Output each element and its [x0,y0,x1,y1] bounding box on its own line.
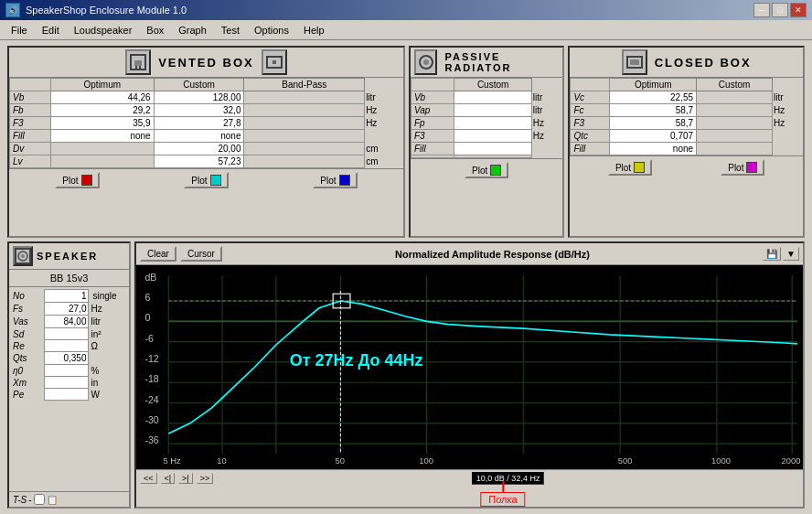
table-row: Fp Hz [411,117,561,130]
passive-radiator-header: PASSIVE RADIATOR [411,48,562,78]
menu-graph[interactable]: Graph [171,23,214,37]
vented-optimum-header: Optimum [50,79,154,91]
plot-color-closed-1 [634,162,645,173]
graph-axis-bar: << <| >| >> 10,0 dB / 32,4 Hz [136,469,803,487]
list-item: Vas 84,00 litr [11,316,127,328]
passive-radiator-table: Custom Vb litr Vap litr Fp Hz [411,78,562,158]
menu-box[interactable]: Box [139,23,171,37]
speaker-params: No 1 single Fs 27,0 Hz Vas 84,00 litr [9,287,129,491]
axis-nav-btn-3[interactable]: >| [178,473,193,484]
graph-area: dB 6 0 -6 -12 -18 -24 -30 -36 [136,265,803,469]
titlebar-left: 🔊 SpeakerShop Enclosure Module 1.0 [5,3,187,17]
vented-box-icon2 [262,49,287,75]
ts-separator: - [28,495,31,505]
passive-plot-btn[interactable]: Plot [465,162,508,178]
passive-radiator-icon [414,49,438,75]
menu-loudspeaker[interactable]: Loudspeaker [67,23,140,37]
graph-save-button[interactable]: 💾 [763,247,781,261]
closed-custom-header: Custom [697,79,773,91]
menu-options[interactable]: Options [247,23,296,37]
graph-panel: Clear Cursor Normalized Amplitude Respon… [134,241,805,509]
table-row: Fc 58,7 Hz [571,104,803,117]
passive-radiator-panel: PASSIVE RADIATOR Custom Vb litr Vap litr [409,46,564,238]
graph-dropdown-button[interactable]: ▼ [783,247,799,261]
axis-nav-btn-1[interactable]: << [140,473,157,484]
vented-box-table: Optimum Custom Band-Pass Vb 44,26 128,00… [9,78,403,168]
menu-file[interactable]: File [4,23,35,37]
titlebar-controls[interactable]: ─ □ ✕ [753,3,807,17]
maximize-button[interactable]: □ [772,3,788,17]
axis-nav-btn-4[interactable]: >> [197,473,214,484]
vented-custom-header: Custom [154,79,244,91]
closed-box-header: CLOSED BOX [570,48,803,78]
svg-text:5 Hz: 5 Hz [163,457,181,466]
svg-rect-1 [134,60,142,66]
list-item: Qts 0,350 [11,352,127,365]
vented-box-title: VENTED BOX [158,56,254,70]
graph-controls-right: 💾 ▼ [763,247,799,261]
table-row: Fill none [571,143,803,155]
polka-label: Полка [480,492,525,507]
ts-checkbox[interactable] [34,494,45,505]
vented-box-panel: VENTED BOX Optimum Custom Band-Pass [7,46,405,238]
plot-color-1 [81,175,92,186]
bottom-row: SPEAKER BB 15v3 No 1 single Fs 27,0 Hz [7,241,805,509]
clear-button[interactable]: Clear [140,246,176,262]
app-icon: 🔊 [5,3,20,17]
svg-text:50: 50 [336,457,345,466]
list-item: Sd in² [11,328,127,340]
closed-plot-btn-1[interactable]: Plot [608,159,652,176]
speaker-name: BB 15v3 [9,270,129,287]
menu-edit[interactable]: Edit [35,23,67,37]
table-row: Fill none none [10,130,403,143]
speaker-title: SPEAKER [37,251,98,262]
vented-plot-btn-2[interactable]: Plot [184,172,228,188]
svg-text:2000: 2000 [781,457,800,466]
svg-text:10: 10 [217,457,226,466]
menu-test[interactable]: Test [214,23,247,37]
minimize-button[interactable]: ─ [753,3,770,17]
menu-help[interactable]: Help [296,23,332,37]
speaker-table: No 1 single Fs 27,0 Hz Vas 84,00 litr [11,289,127,401]
closed-box-table: Optimum Custom Vc 22,55 litr Fc 58,7 Hz [570,78,803,155]
svg-text:6: 6 [144,293,150,303]
vented-plot-btn-3[interactable]: Plot [313,172,357,188]
list-item: Pe W [11,389,127,401]
close-button[interactable]: ✕ [790,3,807,17]
closed-box-title: CLOSED BOX [655,56,752,70]
svg-text:-36: -36 [144,435,159,445]
polka-line [502,481,504,492]
svg-rect-5 [272,60,276,64]
graph-annotation: От 27Hz До 44Hz [290,351,423,370]
speaker-panel: SPEAKER BB 15v3 No 1 single Fs 27,0 Hz [7,241,131,509]
ts-icon: 📋 [47,495,58,505]
speaker-header: SPEAKER [9,243,129,270]
closed-box-icon [622,49,647,75]
svg-text:dB: dB [144,273,156,283]
axis-bottom-container: << <| >| >> 10,0 dB / 32,4 Hz Полка [136,469,803,507]
closed-plot-btn-2[interactable]: Plot [721,159,764,176]
cursor-button[interactable]: Cursor [180,246,222,262]
graph-container: dB 6 0 -6 -12 -18 -24 -30 -36 [136,265,803,507]
titlebar: 🔊 SpeakerShop Enclosure Module 1.0 ─ □ ✕ [0,0,812,20]
svg-point-12 [21,254,25,258]
axis-nav-btn-2[interactable]: <| [161,473,176,484]
speaker-icon [13,246,33,266]
svg-text:1000: 1000 [711,457,731,466]
svg-text:100: 100 [419,457,433,466]
table-row: Lv 57,23 cm [10,155,403,168]
main-content: VENTED BOX Optimum Custom Band-Pass [0,40,812,514]
svg-point-7 [423,59,429,65]
list-item: Fs 27,0 Hz [11,303,127,316]
vented-plot-row: Plot Plot Plot [9,168,403,191]
svg-text:0: 0 [144,314,150,324]
table-row: Qtc 0,707 [571,130,803,143]
table-row: F3 Hz [411,130,561,143]
vented-plot-btn-1[interactable]: Plot [55,172,99,188]
speaker-bottom: T-S - 📋 [9,491,129,507]
svg-rect-13 [136,265,803,469]
list-item: Re Ω [11,340,127,352]
table-row: F3 35,9 27,8 Hz [10,117,403,130]
vented-box-icon [125,49,151,75]
svg-text:-24: -24 [144,395,159,405]
